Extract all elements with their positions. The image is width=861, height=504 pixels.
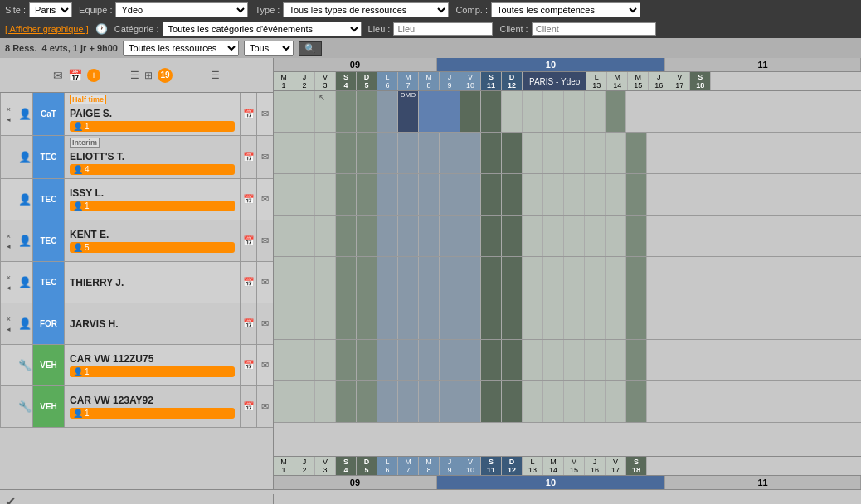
cal-row-2[interactable]	[274, 133, 861, 174]
cal-cell-1-M15[interactable]	[543, 91, 564, 132]
cal-cell-1-M1[interactable]	[274, 91, 294, 132]
site-select[interactable]: Paris	[29, 2, 72, 17]
cal-cell-2-V10[interactable]	[460, 133, 481, 173]
cal-cell-1-D5[interactable]	[357, 91, 377, 132]
cal-cell-2-L13[interactable]	[523, 133, 543, 173]
day-L13: L13	[586, 72, 607, 90]
cal-icon-1[interactable]: 📅	[243, 109, 255, 119]
all-filter-select[interactable]: Tous	[244, 41, 294, 56]
mail-icon-3[interactable]: ✉	[261, 194, 269, 205]
lieu-input[interactable]	[393, 22, 493, 36]
mail-icon-8[interactable]: ✉	[261, 401, 269, 412]
cal-cell-2-M8[interactable]	[419, 133, 440, 173]
add-event-button[interactable]: +	[87, 69, 100, 82]
search-button[interactable]: 🔍	[299, 41, 322, 56]
cal-icon-6[interactable]: 📅	[243, 318, 255, 329]
categorie-select[interactable]: Toutes les catégories d'événements	[163, 22, 362, 36]
resource-rows: × ◂ 👤 CaT Half time PAIGE S. 👤 1	[0, 93, 273, 489]
mail-icon-7[interactable]: ✉	[261, 360, 269, 371]
cal-cell-1-L13[interactable]	[502, 91, 523, 132]
cal-cell-2-M14[interactable]	[543, 133, 564, 173]
badge-19: 19	[158, 68, 173, 83]
expand-icon-1[interactable]: ×	[7, 105, 11, 114]
resource-filter-select[interactable]: Toutes les ressources	[123, 41, 239, 56]
cal-cell-2-D12[interactable]	[502, 133, 523, 173]
row-name-8: CAR VW 123AY92	[70, 395, 235, 406]
main-area: ✉ 📅 + ☰ ⊞ 19 ☰ × ◂ 👤	[0, 58, 861, 489]
day-L6: L6	[377, 72, 398, 90]
type-select[interactable]: Tous les types de ressources	[283, 2, 449, 17]
expand-icon-5[interactable]: ×	[7, 274, 11, 282]
cal-cell-1-S18[interactable]	[606, 91, 626, 132]
day-header-row: M1 J2 V3 S4 D5 L6 M7 M8 J9	[274, 72, 861, 91]
cal-row-5[interactable]	[274, 257, 861, 298]
mail-icon-5[interactable]: ✉	[261, 277, 269, 288]
cal-cell-2-S11[interactable]	[481, 133, 502, 173]
equipe-select[interactable]: Ydeo	[115, 2, 248, 17]
cal-cell-1-V17[interactable]	[585, 91, 606, 132]
cal-icon-4[interactable]: 📅	[243, 235, 255, 246]
row-mail-5: ✉	[256, 262, 273, 303]
equipe-label: Equipe :	[79, 5, 112, 15]
cal-cell-1-M14[interactable]	[523, 91, 543, 132]
cal-cell-2-L6[interactable]	[377, 133, 398, 173]
cal-row-8[interactable]	[274, 381, 861, 423]
resource-row: 🔧 VEH CAR VW 112ZU75 👤 1 📅	[0, 345, 273, 386]
week-10: 10	[437, 58, 665, 71]
type-field-group: Type : Tous les types de ressources	[255, 2, 449, 17]
mail-icon-1[interactable]: ✉	[261, 109, 269, 119]
expand-icon-4[interactable]: ×	[7, 232, 11, 240]
cal-cell-1-S4[interactable]	[336, 91, 357, 132]
pin-icon-5: ◂	[7, 284, 11, 292]
cal-icon-7[interactable]: 📅	[243, 360, 255, 371]
cal-icon-2[interactable]: 📅	[243, 152, 255, 162]
row-name-area-8: CAR VW 123AY92 👤 1	[65, 386, 240, 427]
cal-cell-2-D5[interactable]	[357, 133, 377, 173]
cal-cell-1-D12[interactable]	[481, 91, 502, 132]
footer-week-09: 09	[274, 476, 437, 489]
cal-cell-1-M7[interactable]: DMO	[398, 91, 419, 132]
cal-cell-1-L6[interactable]	[377, 91, 398, 132]
mail-icon-2[interactable]: ✉	[261, 152, 269, 162]
cal-icon-8[interactable]: 📅	[243, 401, 255, 412]
row-person-icon-3: 👤	[17, 179, 33, 220]
cal-row-4[interactable]	[274, 216, 861, 257]
client-input[interactable]	[532, 22, 656, 36]
badge-person-icon-1: 👤	[73, 122, 83, 131]
cal-cell-1-J16[interactable]	[564, 91, 585, 132]
cal-cell-1-S11[interactable]	[460, 91, 481, 132]
cal-cell-2-V3[interactable]	[315, 133, 336, 173]
cal-cell-1-J2[interactable]	[294, 91, 315, 132]
cal-icon-5[interactable]: 📅	[243, 277, 255, 288]
day-M14: M14	[607, 72, 628, 90]
cal-row-1[interactable]: ↖ DMO	[274, 91, 861, 133]
mail-icon-4[interactable]: ✉	[261, 235, 269, 246]
cal-cell-2-J9[interactable]	[440, 133, 460, 173]
row-tag-2: TEC	[33, 136, 65, 178]
cal-row-6[interactable]	[274, 298, 861, 340]
cal-cell-2-J2[interactable]	[294, 133, 315, 173]
cal-row-3[interactable]	[274, 174, 861, 216]
cal-cell-2-V17[interactable]	[606, 133, 626, 173]
mail-icon-6[interactable]: ✉	[261, 318, 269, 329]
cal-cell-2-M7[interactable]	[398, 133, 419, 173]
cal-cell-1-V3[interactable]: ↖	[315, 91, 336, 132]
cal-cell-2-M1[interactable]	[274, 133, 294, 173]
cal-row-7[interactable]	[274, 340, 861, 381]
calendar-grid: ↖ DMO	[274, 91, 861, 456]
expand-icon-6[interactable]: ×	[7, 315, 11, 323]
row-person-icon-5: 👤	[17, 262, 33, 303]
cal-cell-1-M8-V9[interactable]	[419, 91, 460, 132]
graph-link[interactable]: [ Afficher graphique ]	[5, 24, 89, 34]
cal-cell-2-M15[interactable]	[564, 133, 585, 173]
check-icon[interactable]: ✔	[5, 494, 16, 504]
resource-row: × ◂ 👤 CaT Half time PAIGE S. 👤 1	[0, 93, 273, 136]
comp-select[interactable]: Toutes les compétences	[491, 2, 640, 17]
cal-icon-3[interactable]: 📅	[243, 194, 255, 205]
cal-cell-2-S4[interactable]	[336, 133, 357, 173]
row-tag-5: TEC	[33, 262, 65, 303]
day-D12: D12	[502, 72, 523, 90]
cal-cell-2-S18[interactable]	[626, 133, 647, 173]
cal-cell-2-J16[interactable]	[585, 133, 606, 173]
week-11: 11	[665, 58, 861, 71]
